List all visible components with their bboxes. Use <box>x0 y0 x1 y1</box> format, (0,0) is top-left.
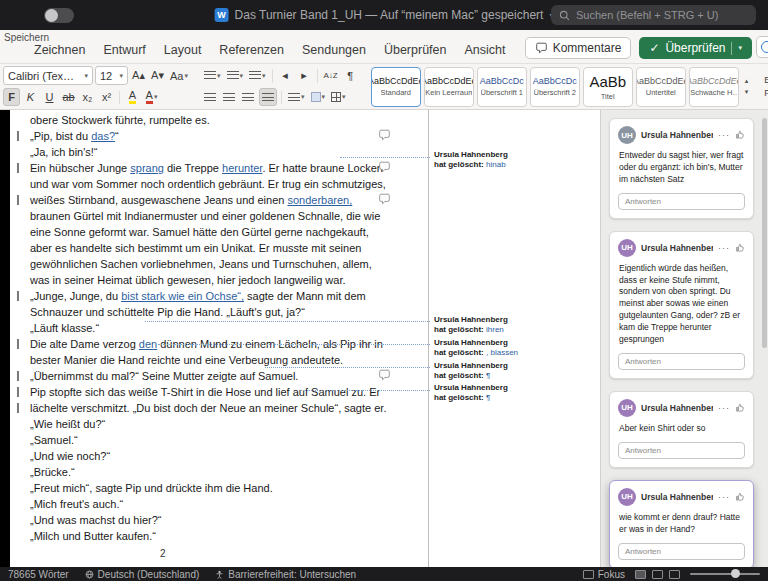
borders-button[interactable]: ▾ <box>329 88 348 106</box>
document-line[interactable]: „Mich freut's auch.“ <box>30 496 426 512</box>
align-right-button[interactable] <box>240 88 257 106</box>
document-page[interactable]: obere Stockwerk führte, rumpelte es.„Pip… <box>10 110 600 567</box>
menu-tab-ansicht[interactable]: Ansicht <box>464 43 505 57</box>
bullet-list-button[interactable]: ▾ <box>202 67 223 85</box>
comment-bubble-icon[interactable] <box>378 161 392 174</box>
style-box[interactable]: AaBbCcDcÜberschrift 2 <box>530 67 580 107</box>
document-line[interactable]: Schnauzer und schüttelte Pip die Hand. „… <box>30 304 426 320</box>
document-line[interactable]: gewöhnlichen Sachen vorliebnehmen, Jeans… <box>30 256 426 272</box>
view-print-layout-icon[interactable] <box>635 570 646 579</box>
subscript-button[interactable]: x₂ <box>79 88 96 106</box>
comment-card[interactable]: UHUrsula Hahnenberg···Eigentlich würde d… <box>609 231 754 379</box>
style-box[interactable]: AaBbCcDcÜberschrift 1 <box>477 67 527 107</box>
reply-input[interactable]: Antworten <box>618 442 745 459</box>
comments-scrollbar[interactable] <box>762 118 767 348</box>
view-outline-icon[interactable] <box>669 570 680 579</box>
gallery-down-icon[interactable]: ▾ <box>745 88 749 96</box>
document-line[interactable]: bester Manier die Hand reichte und eine … <box>30 352 426 368</box>
like-icon[interactable] <box>735 403 745 413</box>
accessibility-status[interactable]: Barrierefreiheit: Untersuchen <box>215 569 356 580</box>
document-line[interactable]: weißes Stirnband, ausgewaschene Jeans un… <box>30 192 426 208</box>
font-size-combo[interactable]: 12▾ <box>95 66 128 85</box>
menu-tab-überprüfen[interactable]: Überprüfen <box>384 43 447 57</box>
justify-button[interactable] <box>259 88 277 106</box>
font-name-combo[interactable]: Calibri (Tex…▾ <box>3 66 93 85</box>
change-case-button[interactable]: Aa▾ <box>168 67 190 85</box>
like-icon[interactable] <box>735 492 745 502</box>
document-line[interactable]: „Und was machst du hier?“ <box>30 512 426 528</box>
shading-button[interactable]: ▾ <box>309 88 328 106</box>
style-box[interactable]: AaBbTitel <box>583 67 633 107</box>
revision-note[interactable]: Ursula Hahnenberghat gelöscht: ¶ <box>434 383 584 402</box>
more-options-icon[interactable]: ··· <box>718 492 730 502</box>
style-box[interactable]: AaBbCcDdEeUntertitel <box>636 67 686 107</box>
more-options-icon[interactable]: ··· <box>718 403 730 413</box>
document-line[interactable]: Ein hübscher Junge sprang die Treppe her… <box>30 160 426 176</box>
style-box[interactable]: AaBbCcDdEeStandard <box>371 67 421 107</box>
document-line[interactable]: braunen Gürtel mit Indianermuster und ei… <box>30 208 426 224</box>
menu-tab-sendungen[interactable]: Sendungen <box>302 43 366 57</box>
gallery-up-icon[interactable]: ▴ <box>745 77 749 85</box>
menu-tab-zeichnen[interactable]: Zeichnen <box>34 43 85 57</box>
style-box[interactable]: AaBbCcDdEeSchwache H… <box>689 67 739 107</box>
document-line[interactable]: „Brücke.“ <box>30 464 426 480</box>
align-center-button[interactable] <box>221 88 238 106</box>
revision-note[interactable]: Ursula Hahnenberghat gelöscht: hinab <box>434 150 584 169</box>
document-line[interactable]: Pip stopfte sich das weiße T-Shirt in di… <box>30 384 426 400</box>
font-color-button[interactable]: A▾ <box>143 88 160 106</box>
superscript-button[interactable]: x² <box>98 88 115 106</box>
sort-button[interactable]: A↓Z <box>322 67 340 85</box>
style-box[interactable]: AaBbCcDdEeKein Leerraum <box>424 67 474 107</box>
search-input[interactable]: Suchen (Befehl + STRG + U) <box>551 5 756 25</box>
save-button[interactable]: Speichern <box>4 32 49 43</box>
document-line[interactable]: „Pip, bist du das?“ <box>30 128 426 144</box>
review-button[interactable]: ✓ Überprüfen ▾ <box>639 37 752 59</box>
menu-tab-referenzen[interactable]: Referenzen <box>219 43 284 57</box>
chevron-down-icon[interactable]: ▾ <box>738 44 742 52</box>
comment-bubble-icon[interactable] <box>378 129 392 142</box>
comment-card[interactable]: UHUrsula Hahnenberg···wie kommt er denn … <box>609 480 754 567</box>
comment-bubble-icon[interactable] <box>378 369 392 382</box>
document-line[interactable]: lächelte verschmitzt. „Du bist doch der … <box>30 400 426 416</box>
revision-note[interactable]: Ursula Hahnenberghat gelöscht: , blassen <box>434 338 584 357</box>
revision-note[interactable]: Ursula Hahnenberghat gelöscht: ihren <box>434 315 584 334</box>
more-options-icon[interactable]: ··· <box>718 130 730 140</box>
document-line[interactable]: und war vom Sommer noch ordentlich gebrä… <box>30 176 426 192</box>
document-line[interactable]: „Wie heißt du?“ <box>30 416 426 432</box>
line-spacing-button[interactable]: ▾ <box>286 88 307 106</box>
document-line[interactable]: „Freut mich“, sagte Pip und drückte ihm … <box>30 480 426 496</box>
document-line[interactable]: „Milch und Butter kaufen.“ <box>30 528 426 544</box>
outdent-button[interactable]: ◂ <box>277 67 294 85</box>
pilcrow-button[interactable]: ¶ <box>342 67 359 85</box>
comment-bubble-icon[interactable] <box>378 193 392 206</box>
reply-input[interactable]: Antworten <box>618 353 745 370</box>
document-line[interactable]: „Samuel.“ <box>30 432 426 448</box>
autosave-toggle[interactable] <box>44 8 74 23</box>
numbered-list-button[interactable]: ▾ <box>225 67 246 85</box>
reply-input[interactable]: Antworten <box>618 543 745 560</box>
indent-button[interactable]: ▸ <box>296 67 313 85</box>
focus-toggle[interactable]: Fokus <box>583 569 625 580</box>
document-line[interactable]: aber es handelte sich bestimmt um ein Un… <box>30 240 426 256</box>
zoom-slider[interactable] <box>690 573 760 575</box>
shrink-font-button[interactable]: A▾ <box>149 67 166 85</box>
styles-pane-button[interactable]: Bereich Formatvorla… <box>762 66 768 107</box>
document-line[interactable]: „Läuft klasse.“ <box>30 320 426 336</box>
comments-button[interactable]: Kommentare <box>525 37 632 59</box>
document-line[interactable]: „Junge, Junge, du bist stark wie ein Och… <box>30 288 426 304</box>
like-icon[interactable] <box>735 130 745 140</box>
highlight-color-button[interactable]: A <box>124 88 141 106</box>
share-button[interactable] <box>756 36 768 58</box>
document-line[interactable]: „Übernimmst du mal?“ Seine Mutter zeigte… <box>30 368 426 384</box>
menu-tab-entwurf[interactable]: Entwurf <box>103 43 145 57</box>
underline-button[interactable]: U <box>41 88 58 106</box>
document-line[interactable]: was in seiner Heimat üblich gewesen, hie… <box>30 272 426 288</box>
zoom-slider-knob[interactable] <box>731 569 740 578</box>
language-status[interactable]: Deutsch (Deutschland) <box>85 569 200 580</box>
strikethrough-button[interactable]: ab <box>60 88 77 106</box>
document-line[interactable]: „Und wie noch?“ <box>30 448 426 464</box>
like-icon[interactable] <box>735 243 745 253</box>
document-line[interactable]: obere Stockwerk führte, rumpelte es. <box>30 112 426 128</box>
document-line[interactable]: eine Sonne geformt war. Samuel hätte den… <box>30 224 426 240</box>
revision-note[interactable]: Ursula Hahnenberghat gelöscht: ¶ <box>434 361 584 380</box>
